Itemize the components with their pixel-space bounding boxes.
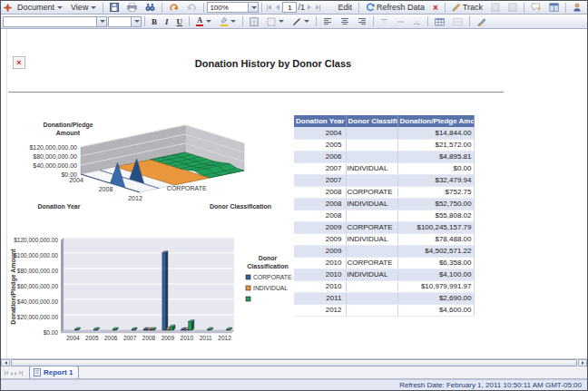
last-tab-button[interactable] <box>19 371 23 376</box>
redo-button[interactable] <box>183 2 201 14</box>
report-title: Donation History by Donor Class <box>1 58 545 69</box>
font-size-dropdown-button[interactable] <box>132 16 142 27</box>
watch-items-button[interactable] <box>545 2 563 14</box>
chart-floor <box>61 330 234 333</box>
undo-icon <box>169 3 179 12</box>
vertical-align-top-button[interactable] <box>377 15 392 27</box>
comment-icon <box>531 3 541 12</box>
clear-formatting-button[interactable] <box>473 15 490 27</box>
y-tick-label: $40,000,000.00 <box>17 298 59 305</box>
reject-changes-button[interactable] <box>505 2 521 14</box>
chevron-down-icon <box>279 20 284 23</box>
next-tab-button[interactable] <box>15 372 17 376</box>
view-menu-label: View <box>71 3 88 12</box>
align-right-button[interactable] <box>354 15 370 27</box>
cancel-refresh-button[interactable]: × <box>429 2 442 14</box>
last-page-button[interactable] <box>314 2 322 13</box>
underline-button[interactable]: U <box>173 15 187 27</box>
y-tick-label: $80,000,000.00 <box>33 153 77 160</box>
y-tick-label: $100,000,000.00 <box>14 252 58 259</box>
view-menu[interactable]: View <box>67 2 100 14</box>
bold-button[interactable]: B <box>148 15 161 27</box>
x-tick-label: 2012 <box>218 335 231 341</box>
table-cell: INDIVIDUAL <box>346 269 397 280</box>
table-cell <box>346 280 397 292</box>
y-axis-title: Amount <box>56 130 81 136</box>
align-center-button[interactable] <box>337 15 353 27</box>
save-button[interactable] <box>106 2 122 14</box>
font-family-select[interactable] <box>3 16 107 27</box>
y-tick-label: $20,000,000.00 <box>17 314 59 320</box>
chevron-down-icon <box>230 20 236 23</box>
separator <box>373 16 374 26</box>
table-cell <box>346 139 397 151</box>
previous-page-button[interactable] <box>274 2 281 13</box>
edit-button[interactable]: Edit <box>334 2 356 14</box>
table-cell: 2011 <box>294 292 346 304</box>
vertical-align-bottom-button[interactable] <box>409 15 425 27</box>
merge-cells-button[interactable] <box>449 15 466 27</box>
app-logo-icon <box>3 3 13 13</box>
report-canvas[interactable]: × Donation History by Donor Class $120,0… <box>1 29 587 358</box>
y-tick-label: $0.00 <box>44 329 59 336</box>
zoom-level-input[interactable] <box>207 2 249 13</box>
fill-color-icon <box>267 17 276 26</box>
scroll-left-button[interactable] <box>1 359 10 367</box>
page-margin-line <box>6 29 7 358</box>
user-permissions-button[interactable] <box>569 2 585 14</box>
table-cell: 2009 <box>294 245 346 257</box>
legend-swatch <box>246 286 250 290</box>
table-cell: 2007 <box>294 162 346 174</box>
highlight-color-button[interactable] <box>216 15 240 27</box>
scroll-right-button[interactable] <box>578 359 587 367</box>
scrollbar-thumb[interactable] <box>11 359 577 367</box>
table-cell: 2008 <box>294 210 346 221</box>
table-row: 2005$21,572.00 <box>294 139 474 151</box>
table-cell: 2005 <box>294 139 346 151</box>
comment-button[interactable] <box>527 2 544 14</box>
font-size-select[interactable] <box>108 16 142 27</box>
print-button[interactable] <box>123 2 141 14</box>
accept-changes-button[interactable] <box>487 2 504 14</box>
table-row: 2010CORPORATE$6,358.00 <box>294 257 474 269</box>
refresh-data-label: Refresh Data <box>377 3 425 12</box>
table-cell: $14,844.00 <box>397 127 474 139</box>
align-left-button[interactable] <box>319 15 336 27</box>
find-button[interactable] <box>142 2 159 14</box>
track-button[interactable]: Track <box>448 2 486 14</box>
font-color-button[interactable]: A <box>192 15 215 27</box>
first-page-button[interactable] <box>265 2 273 13</box>
table-cell <box>346 245 397 257</box>
borders-button[interactable] <box>246 15 262 27</box>
font-family-dropdown-button[interactable] <box>97 16 107 27</box>
vertical-align-middle-button[interactable] <box>393 15 408 27</box>
tab-report-1[interactable]: Report 1 <box>29 366 79 378</box>
previous-tab-button[interactable] <box>10 372 13 376</box>
separator <box>469 16 470 26</box>
horizontal-scrollbar[interactable] <box>1 358 587 367</box>
refresh-data-button[interactable]: Refresh Data <box>362 2 428 14</box>
insert-table-button[interactable] <box>431 15 448 27</box>
undo-button[interactable] <box>165 2 182 14</box>
document-menu[interactable]: Document <box>14 2 66 14</box>
italic-button[interactable]: I <box>162 15 172 27</box>
merge-cells-icon <box>453 17 463 26</box>
tab-navigation <box>1 371 25 378</box>
separator <box>203 3 204 13</box>
zoom-dropdown-button[interactable] <box>249 2 259 13</box>
zoom-level-combo[interactable] <box>207 2 259 13</box>
chevron-down-icon <box>100 20 105 23</box>
reject-changes-icon <box>508 3 517 12</box>
first-tab-button[interactable] <box>5 371 8 376</box>
title-divider <box>8 92 504 93</box>
table-cell: $752.75 <box>397 186 474 198</box>
page-number-input[interactable] <box>282 2 297 13</box>
next-page-button[interactable] <box>306 2 313 13</box>
fill-color-button[interactable] <box>263 15 288 27</box>
line-style-button[interactable] <box>289 15 313 27</box>
pencil-icon <box>452 3 461 12</box>
separator <box>358 3 359 13</box>
highlight-icon <box>220 17 228 24</box>
redo-icon <box>187 3 197 12</box>
edit-label: Edit <box>338 3 352 12</box>
